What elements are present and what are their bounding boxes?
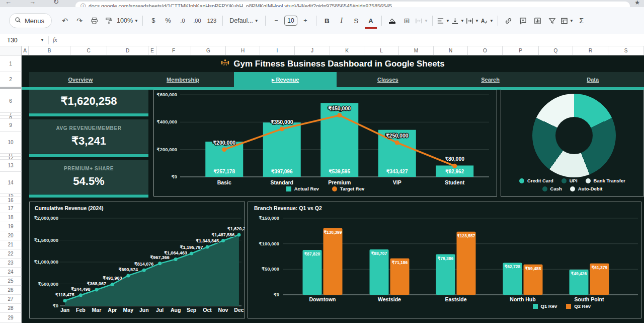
tab-search[interactable]: Search xyxy=(439,72,542,87)
divider xyxy=(142,16,143,26)
column-header-F[interactable]: F xyxy=(156,46,191,55)
redo-button[interactable]: ↷ xyxy=(73,14,86,27)
row-header-10[interactable]: 10 xyxy=(0,132,22,154)
row-header-28[interactable]: 28 xyxy=(0,304,22,313)
more-formats-button[interactable]: 123 xyxy=(205,14,218,27)
legend-dot xyxy=(561,178,567,183)
table-views-button[interactable]: ▼ xyxy=(560,14,574,27)
site-info-icon[interactable]: ⓘ xyxy=(80,3,86,7)
column-header-G[interactable]: G xyxy=(191,46,226,55)
tab-classes[interactable]: Classes xyxy=(337,72,439,87)
row-header-23[interactable]: 23 xyxy=(0,259,22,268)
column-header-I[interactable]: I xyxy=(260,46,295,55)
column-header-N[interactable]: N xyxy=(434,46,468,55)
column-header-M[interactable]: M xyxy=(399,46,434,55)
membership-revenue-chart[interactable]: ₹0₹200,000₹400,000₹600,000₹257,178Basic₹… xyxy=(153,90,497,197)
row-header-18[interactable]: 18 xyxy=(0,213,22,222)
functions-sum-button[interactable]: Σ xyxy=(575,14,588,27)
row-header-2[interactable]: 2 xyxy=(0,72,22,87)
svg-text:Feb: Feb xyxy=(76,307,86,313)
column-header-A[interactable]: A xyxy=(22,46,29,55)
horizontal-align-button[interactable]: ▼ xyxy=(437,14,450,27)
row-header-22[interactable]: 22 xyxy=(0,249,22,259)
legend-label: Cash xyxy=(550,186,562,191)
text-wrap-button[interactable]: ▼ xyxy=(466,14,479,27)
zoom-select[interactable]: 100%▼ xyxy=(117,14,138,27)
column-header-Q[interactable]: Q xyxy=(539,46,573,55)
format-percent-button[interactable]: % xyxy=(162,14,175,27)
svg-text:₹450,000: ₹450,000 xyxy=(328,105,351,111)
cumulative-revenue-chart[interactable]: Cumulative Revenue (2024) ₹0₹500,000₹1,0… xyxy=(29,202,245,318)
branch-revenue-chart[interactable]: Branch Revenue: Q1 vs Q2 ₹0₹50,000₹100,0… xyxy=(248,202,641,318)
row-header-9[interactable]: 9 xyxy=(0,119,22,132)
fill-color-button[interactable] xyxy=(386,14,399,27)
tab-overview[interactable]: Overview xyxy=(29,72,132,87)
row-header-20[interactable]: 20 xyxy=(0,231,22,240)
column-header-S[interactable]: S xyxy=(608,46,644,55)
svg-text:₹0: ₹0 xyxy=(53,303,58,308)
row-header-25[interactable]: 25 xyxy=(0,277,22,286)
bold-button[interactable]: B xyxy=(320,14,334,27)
url-text: docs.google.com/spreadsheets/d/1CTTMKIph… xyxy=(89,3,392,7)
text-rotation-button[interactable]: A▼ xyxy=(480,14,494,27)
column-header-K[interactable]: K xyxy=(330,46,364,55)
tab-membership[interactable]: Membership xyxy=(132,72,234,87)
column-header-L[interactable]: L xyxy=(364,46,399,55)
row-header-13[interactable]: 13 xyxy=(0,160,22,172)
row-header-14[interactable]: 14 xyxy=(0,172,22,194)
column-header-R[interactable]: R xyxy=(573,46,608,55)
row-header-27[interactable]: 27 xyxy=(0,295,22,304)
back-icon[interactable]: ← xyxy=(5,0,12,6)
row-header-16[interactable]: 16 xyxy=(0,197,22,204)
borders-button[interactable]: ⊞ xyxy=(400,14,414,27)
italic-button[interactable]: I xyxy=(335,14,348,27)
tab-revenue[interactable]: ▸ Revenue xyxy=(234,72,337,87)
filter-icon[interactable] xyxy=(546,14,559,27)
increase-decimal-button[interactable]: .00 xyxy=(191,14,204,27)
decrease-font-size-button[interactable]: − xyxy=(270,14,283,27)
column-header-C[interactable]: C xyxy=(70,46,107,55)
insert-chart-icon[interactable] xyxy=(531,14,544,27)
column-header-H[interactable]: H xyxy=(226,46,260,55)
vertical-align-button[interactable]: ▼ xyxy=(451,14,464,27)
column-header-E[interactable]: E xyxy=(148,46,156,55)
menus-search-button[interactable]: Menus xyxy=(9,13,52,28)
strikethrough-button[interactable]: S xyxy=(350,14,363,27)
insert-link-icon[interactable] xyxy=(502,14,515,27)
row-header-24[interactable]: 24 xyxy=(0,268,22,277)
row-header-29[interactable]: 29 xyxy=(0,313,22,323)
format-currency-button[interactable]: $ xyxy=(147,14,160,27)
font-size-input[interactable]: 10 xyxy=(284,16,297,26)
insert-comment-icon[interactable] xyxy=(517,14,530,27)
payment-methods-donut-chart[interactable]: Credit CardUPIBank Transfer CashAuto-Deb… xyxy=(501,90,644,197)
paint-format-icon[interactable] xyxy=(102,14,115,27)
increase-font-size-button[interactable]: + xyxy=(299,14,312,27)
row-header-21[interactable]: 21 xyxy=(0,240,22,249)
column-header-J[interactable]: J xyxy=(295,46,330,55)
undo-button[interactable]: ↶ xyxy=(58,14,71,27)
forward-icon[interactable]: → xyxy=(29,0,36,6)
column-header-B[interactable]: B xyxy=(29,46,70,55)
merge-cells-button[interactable]: ▼ xyxy=(415,14,428,27)
divider xyxy=(381,16,382,26)
row-header-19[interactable]: 19 xyxy=(0,222,22,231)
reload-icon[interactable]: ↻ xyxy=(53,0,59,6)
text-color-button[interactable]: A xyxy=(364,14,377,27)
kpi-value: ₹3,241 xyxy=(71,135,106,148)
font-select[interactable]: Defaul...▼ xyxy=(227,14,261,27)
row-header-26[interactable]: 26 xyxy=(0,286,22,295)
column-header-P[interactable]: P xyxy=(503,46,539,55)
name-box[interactable]: T30 ▼ xyxy=(0,37,44,44)
select-all-corner[interactable] xyxy=(0,46,22,55)
row-header-6[interactable]: 6 xyxy=(0,89,22,113)
url-bar[interactable]: ⓘ docs.google.com/spreadsheets/d/1CTTMKI… xyxy=(75,2,630,7)
row-header-17[interactable]: 17 xyxy=(0,204,22,213)
column-header-D[interactable]: D xyxy=(107,46,148,55)
column-header-O[interactable]: O xyxy=(468,46,503,55)
tab-data[interactable]: Data xyxy=(541,72,644,87)
bookmark-star-icon[interactable]: ★ xyxy=(634,0,640,6)
row-header-1[interactable]: 1 xyxy=(0,55,22,72)
print-icon[interactable] xyxy=(88,14,101,27)
chevron-down-icon: ▼ xyxy=(40,38,44,42)
decrease-decimal-button[interactable]: .0 xyxy=(176,14,189,27)
